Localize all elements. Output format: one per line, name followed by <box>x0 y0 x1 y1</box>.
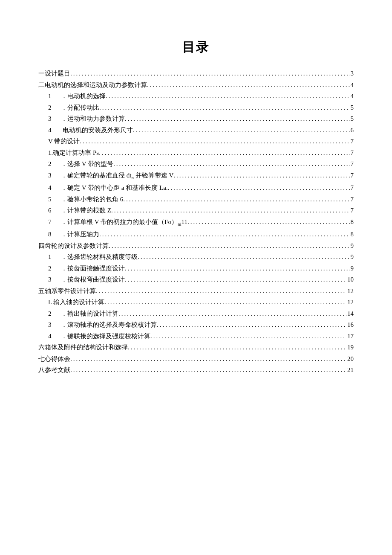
toc-entry-page: 7 <box>350 172 354 179</box>
toc-entry-label: 七心得体会 <box>38 356 70 362</box>
dot-leader <box>113 161 349 167</box>
toc-entry: V 带的设计7 <box>38 138 354 145</box>
toc-entry-page: 3 <box>350 70 354 77</box>
toc-entry-text: 四齿轮的设计及参数计算 <box>38 242 109 249</box>
toc-entry-label: 2．输出轴的设计计算 <box>48 311 118 317</box>
toc-entry-text: ．分配传动比 <box>61 104 99 111</box>
toc-entry: 3．按齿根弯曲强度设计10 <box>38 276 354 283</box>
toc-entry-page: 7 <box>350 196 354 203</box>
toc-entry-number: 2 <box>48 161 53 167</box>
toc-entry-text: 五轴系零件设计计算 <box>38 288 96 294</box>
toc-entry-text: ．按齿面接触强度设计 <box>61 265 125 272</box>
toc-entry-text: 七心得体会 <box>38 355 70 362</box>
toc-entry-text: V 带的设计 <box>48 138 80 145</box>
toc-entry-number: 4 <box>48 127 53 134</box>
toc-entry-label: 一设计题目 <box>38 70 70 77</box>
dot-leader <box>111 207 350 214</box>
toc-entry-page: 19 <box>346 344 354 351</box>
toc-entry-page: 7 <box>350 207 354 214</box>
toc-entry-number: 6 <box>48 207 53 214</box>
toc-entry-text: ．运动和动力参数计算 <box>61 115 125 122</box>
dot-leader <box>150 333 346 340</box>
page: 目录 一设计题目 3二电动机的选择和运动及动力参数计算 41．电动机的选择42．… <box>0 0 392 555</box>
toc-entry-number: 3 <box>48 116 53 122</box>
toc-entry-number: 4 <box>48 185 53 191</box>
toc-entry-label: 7．计算单根 V 带的初拉力的最小值（Fo）ni11 <box>48 219 187 227</box>
toc-entry-text: ．验算小带轮的包角 6 <box>61 196 123 203</box>
toc-entry: 3．滚动轴承的选择及寿命校核计算16 <box>38 322 354 328</box>
toc-entry-page: 17 <box>346 333 354 340</box>
toc-entry-text: ．电动机的选择 <box>61 93 106 99</box>
dot-leader <box>99 231 350 238</box>
toc-entry: 五轴系零件设计计算 12 <box>38 288 354 294</box>
toc-entry-number: 3 <box>48 172 53 179</box>
toc-entry-label: 1．选择齿轮材料及精度等级 <box>48 254 138 260</box>
toc-entry: L 输入轴的设计计算12 <box>38 299 354 305</box>
toc-entry-number: 3 <box>48 322 53 328</box>
dot-leader <box>99 105 350 111</box>
toc-entry-page: 4 <box>350 82 354 88</box>
toc-entry-number: 2 <box>48 311 53 317</box>
toc-entry: 六箱体及附件的结构设计和选择 19 <box>38 344 354 351</box>
toc-entry-text: ．滚动轴承的选择及寿命校核计算 <box>61 321 157 328</box>
toc-entry: 2．选择 V 带的型号7 <box>38 161 354 167</box>
dot-leader <box>128 344 346 351</box>
toc-entry-text: ．确定 V 带的中心距 a 和基准长度 La. <box>61 184 168 191</box>
toc-entry-label: 3．运动和动力参数计算 <box>48 116 125 122</box>
toc-entry-text: ．计算压轴力 <box>61 231 99 238</box>
dot-leader <box>133 127 350 134</box>
table-of-contents: 一设计题目 3二电动机的选择和运动及动力参数计算 41．电动机的选择42．分配传… <box>38 70 354 373</box>
toc-entry-label: 八参考文献 <box>38 367 70 373</box>
toc-entry-label: 五轴系零件设计计算 <box>38 288 96 294</box>
toc-entry: 四齿轮的设计及参数计算 9 <box>38 243 354 249</box>
toc-entry-page: 5 <box>350 105 354 111</box>
toc-entry-page: 10 <box>346 276 354 283</box>
toc-entry-text: ．确定带轮的基准直径 dt <box>61 172 131 179</box>
dot-leader <box>187 219 350 225</box>
toc-entry-label: 六箱体及附件的结构设计和选择 <box>38 344 128 351</box>
toc-entry-label: 2．分配传动比 <box>48 105 99 111</box>
toc-entry: 4 电动机的安装及外形尺寸 6 <box>38 127 354 134</box>
toc-entry-text: ．计算带的根数 Z <box>61 207 111 214</box>
toc-entry: 1.确定计算功率 Ps7 <box>38 150 354 156</box>
toc-entry-page: 9 <box>350 265 354 272</box>
dot-leader <box>147 82 350 88</box>
toc-entry-number: 3 <box>48 276 53 283</box>
toc-entry-text: 电动机的安装及外形尺寸 <box>61 127 133 134</box>
toc-entry-label: 6．计算带的根数 Z <box>48 207 111 214</box>
toc-entry-text-tail: 11 <box>181 218 187 225</box>
toc-entry-page: 9 <box>350 254 354 260</box>
toc-entry-text: ．选择齿轮材料及精度等级 <box>61 253 138 260</box>
toc-entry-page: 4 <box>350 93 354 99</box>
toc-entry-label: 3．滚动轴承的选择及寿命校核计算 <box>48 322 157 328</box>
toc-entry: 4．确定 V 带的中心距 a 和基准长度 La.7 <box>38 185 354 191</box>
dot-leader <box>125 276 346 283</box>
toc-entry-label: 5．验算小带轮的包角 6 <box>48 196 123 203</box>
dot-leader <box>138 254 350 260</box>
toc-entry-label: 4．键联接的选择及强度校核计算 <box>48 333 150 340</box>
toc-entry-label: 4．确定 V 带的中心距 a 和基准长度 La. <box>48 185 168 191</box>
toc-title: 目录 <box>38 38 354 56</box>
dot-leader <box>106 93 350 99</box>
toc-entry-text: 六箱体及附件的结构设计和选择 <box>38 344 128 351</box>
dot-leader <box>70 367 346 373</box>
toc-entry-number: 2 <box>48 265 53 272</box>
toc-entry-label: 2．选择 V 带的型号 <box>48 161 113 167</box>
toc-entry-text: ．输出轴的设计计算 <box>61 310 118 317</box>
dot-leader <box>99 150 349 156</box>
toc-entry-page: 12 <box>346 288 354 294</box>
toc-entry: 6．计算带的根数 Z7 <box>38 207 354 214</box>
toc-entry-page: 9 <box>350 243 354 249</box>
dot-leader <box>104 299 346 305</box>
toc-entry-label: 3．按齿根弯曲强度设计 <box>48 276 125 283</box>
toc-entry-number: 2 <box>48 105 53 111</box>
toc-entry: 2．输出轴的设计计算14 <box>38 311 354 317</box>
toc-entry-text: ．键联接的选择及强度校核计算 <box>61 333 150 340</box>
toc-entry-number: 1 <box>48 254 53 260</box>
toc-entry-label: 2．按齿面接触强度设计 <box>48 265 125 272</box>
toc-entry-number: 7 <box>48 219 53 225</box>
toc-entry: 7．计算单根 V 带的初拉力的最小值（Fo）ni11 8 <box>38 219 354 227</box>
toc-entry-page: 7 <box>350 185 354 191</box>
toc-entry-number: 5 <box>48 196 53 203</box>
toc-entry-page: 16 <box>346 322 354 328</box>
